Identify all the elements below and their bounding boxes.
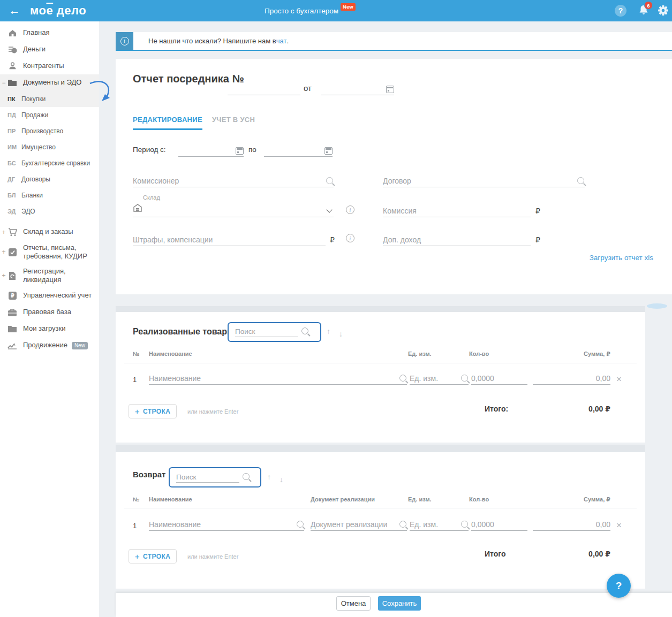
tab-editing[interactable]: РЕДАКТИРОВАНИЕ [133, 116, 202, 130]
sidebar-item-property[interactable]: ИМ Имущество [0, 139, 99, 155]
sidebar-item-contracts[interactable]: ДГ Договоры [0, 171, 99, 187]
period-from-input[interactable] [178, 146, 233, 155]
delete-row-icon[interactable]: × [616, 375, 622, 384]
returns-search-input[interactable] [176, 473, 239, 483]
help-fab-button[interactable]: ? [607, 574, 631, 598]
sidebar-item-my-uploads[interactable]: Мои загрузки [0, 321, 99, 337]
save-button[interactable]: Сохранить [378, 596, 421, 611]
sidebar-item-edo[interactable]: ЭД ЭДО [0, 203, 99, 219]
row-name-input[interactable] [149, 520, 295, 529]
search-icon[interactable] [461, 521, 468, 528]
period-to-label: по [248, 146, 256, 154]
period-to-field-wrap [264, 142, 333, 157]
col-header-num: № [133, 496, 139, 502]
extra-income-input[interactable] [383, 235, 531, 244]
col-header-name: Наименование [149, 351, 192, 357]
contract-field-wrap [383, 172, 585, 187]
search-icon[interactable] [326, 177, 333, 184]
row-doc-input[interactable] [311, 520, 397, 529]
row-qty-input[interactable] [471, 520, 527, 529]
home-icon [7, 28, 17, 38]
search-icon[interactable] [577, 177, 584, 184]
section-divider [116, 445, 645, 452]
sidebar-item-registration[interactable]: + Регистрация, ликвидация [0, 264, 99, 287]
ruble-sign: ₽ [535, 235, 540, 244]
calendar-icon[interactable] [386, 86, 394, 93]
row-sum-input[interactable] [533, 520, 610, 529]
fines-field-wrap [133, 231, 326, 246]
add-row-button[interactable]: + СТРОКА [129, 549, 177, 563]
row-qty-input[interactable] [471, 374, 527, 383]
calendar-icon[interactable] [324, 147, 333, 155]
commission-input[interactable] [383, 207, 531, 215]
sidebar-item-sales[interactable]: ПД Продажи [0, 107, 99, 123]
returns-card: Возврат ↑ ↓ № Наименование Документ реал… [116, 452, 645, 589]
row-unit-input[interactable] [410, 520, 459, 529]
search-icon[interactable] [461, 375, 468, 382]
sidebar-item-production[interactable]: ПР Производство [0, 123, 99, 139]
warehouse-select-input[interactable] [146, 207, 325, 215]
help-icon[interactable]: ? [615, 5, 626, 17]
info-icon[interactable]: i [346, 234, 354, 242]
fines-input[interactable] [133, 235, 326, 244]
back-arrow-icon[interactable]: ← [9, 5, 20, 17]
sidebar-item-legal-base[interactable]: Правовая база [0, 304, 99, 321]
table-divider [124, 363, 637, 363]
contract-input[interactable] [383, 177, 575, 185]
briefcase-icon [7, 308, 17, 317]
search-icon[interactable] [297, 521, 304, 528]
sidebar-item-promotion[interactable]: Продвижение New [0, 337, 99, 354]
sidebar-item-money[interactable]: Деньги [0, 41, 99, 58]
sidebar-item-forms[interactable]: БЛ Бланки [0, 187, 99, 203]
period-to-input[interactable] [264, 146, 322, 155]
commissioner-input[interactable] [133, 177, 324, 185]
row-sum-input[interactable] [533, 374, 610, 383]
sidebar-item-management-accounting[interactable]: ₽ Управленческий учет [0, 287, 99, 304]
row-name-input[interactable] [149, 374, 397, 383]
sidebar-item-main[interactable]: Главная [0, 25, 99, 41]
sidebar-item-warehouse-orders[interactable]: + Склад и заказы [0, 224, 99, 240]
search-icon[interactable] [399, 375, 406, 382]
row-name-field [149, 370, 407, 385]
calendar-icon[interactable] [236, 147, 244, 155]
expand-icon[interactable]: + [1, 248, 6, 256]
expand-icon[interactable]: + [1, 228, 6, 236]
cancel-button[interactable]: Отмена [336, 596, 371, 611]
collapse-icon[interactable]: − [1, 79, 6, 87]
delete-row-icon[interactable]: × [616, 521, 622, 530]
info-icon[interactable]: i [346, 205, 354, 214]
search-icon[interactable] [301, 327, 308, 334]
app-logo[interactable]: мое дело [30, 4, 86, 18]
sold-goods-title: Реализованные товары [133, 327, 235, 337]
expand-icon[interactable]: + [1, 272, 6, 279]
move-down-icon[interactable]: ↓ [339, 330, 343, 338]
search-icon[interactable] [399, 521, 406, 528]
upload-xls-link[interactable]: Загрузить отчет xls [590, 254, 653, 262]
sidebar-item-reports-letters[interactable]: + Отчеты, письма, требования, КУДИР [0, 240, 99, 264]
info-banner: i Не нашли что искали? Напишите нам в ча… [116, 32, 672, 51]
gear-icon[interactable] [658, 5, 669, 18]
move-up-icon[interactable]: ↑ [327, 327, 330, 336]
report-number-input[interactable] [228, 85, 300, 93]
sidebar-item-accounting-notes[interactable]: БС Бухгалтерские справки [0, 155, 99, 171]
chevron-down-icon[interactable] [326, 207, 332, 212]
new-badge: New [72, 342, 88, 349]
row-qty-field [471, 370, 527, 385]
action-bar: Отмена Сохранить [116, 593, 672, 617]
sidebar-item-documents-edo[interactable]: − Документы и ЭДО [0, 74, 99, 91]
row-unit-input[interactable] [410, 374, 459, 383]
move-down-icon[interactable]: ↓ [280, 475, 283, 484]
add-row-button[interactable]: + СТРОКА [129, 404, 177, 418]
document-pencil-icon [7, 247, 17, 257]
report-date-input[interactable] [321, 85, 384, 93]
sidebar-item-purchases[interactable]: ПК Покупки [0, 91, 99, 107]
search-icon[interactable] [243, 473, 250, 480]
sold-goods-search-input[interactable] [235, 327, 298, 337]
warehouse-icon [133, 203, 142, 215]
tab-usn[interactable]: УЧЕТ В УСН [212, 116, 255, 130]
move-up-icon[interactable]: ↑ [267, 473, 271, 481]
money-icon [7, 45, 17, 55]
sidebar-item-contractors[interactable]: Контрагенты [0, 58, 99, 74]
chat-link[interactable]: чат [276, 37, 287, 45]
plus-icon: + [135, 552, 140, 561]
